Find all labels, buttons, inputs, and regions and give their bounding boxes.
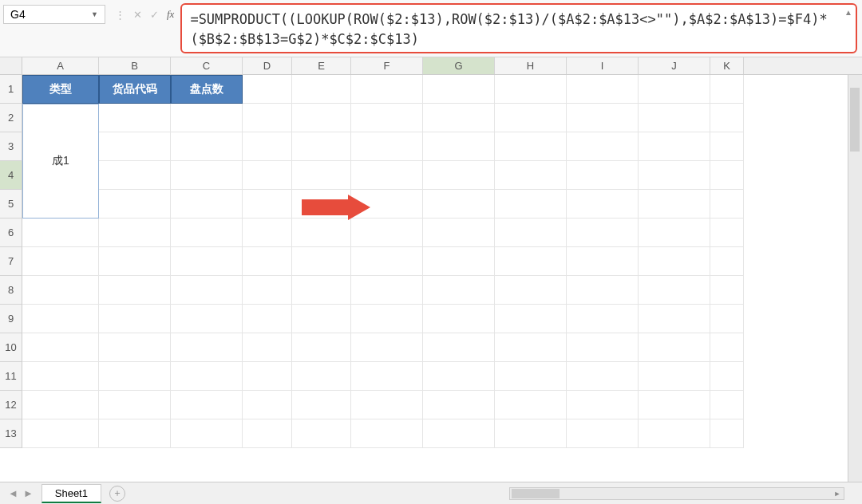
col-header-H[interactable]: H — [495, 57, 567, 74]
tab-nav[interactable]: ◄ ► — [0, 487, 42, 499]
expand-formula-icon[interactable]: ▲ — [844, 8, 852, 17]
cell-A10[interactable] — [22, 333, 99, 362]
cell-K2[interactable] — [710, 104, 744, 132]
row-header-6[interactable]: 6 — [0, 219, 22, 247]
cell-C1[interactable]: 盘点数 — [171, 75, 243, 104]
cell-A11[interactable] — [22, 362, 99, 391]
cell-A7[interactable] — [22, 247, 99, 276]
cell-F4[interactable] — [351, 161, 423, 190]
cell-F2[interactable] — [351, 104, 423, 132]
cell-D4[interactable] — [243, 161, 292, 190]
cell-F10[interactable] — [351, 333, 423, 362]
horizontal-scroll-thumb[interactable] — [512, 489, 560, 498]
cell-C11[interactable] — [171, 362, 243, 391]
cell-G7[interactable] — [423, 247, 495, 276]
cell-J4[interactable] — [639, 161, 710, 190]
cell-H2[interactable] — [495, 104, 567, 132]
cell-J5[interactable] — [639, 190, 710, 219]
col-header-F[interactable]: F — [351, 57, 423, 74]
cell-B7[interactable] — [99, 247, 171, 276]
cell-B5[interactable] — [99, 190, 171, 219]
cell-H10[interactable] — [495, 333, 567, 362]
cell-I12[interactable] — [567, 391, 639, 419]
row-header-12[interactable]: 12 — [0, 391, 22, 419]
cancel-formula-icon[interactable]: ✕ — [133, 9, 142, 21]
cell-K9[interactable] — [710, 305, 744, 333]
cell-H4[interactable] — [495, 161, 567, 190]
cell-C2[interactable] — [171, 104, 243, 132]
cell-G6[interactable] — [423, 219, 495, 247]
col-header-I[interactable]: I — [567, 57, 639, 74]
col-header-E[interactable]: E — [292, 57, 351, 74]
cell-E6[interactable] — [292, 219, 351, 247]
row-header-4[interactable]: 4 — [0, 161, 22, 190]
cell-K13[interactable] — [710, 419, 744, 448]
cell-I6[interactable] — [567, 219, 639, 247]
row-header-10[interactable]: 10 — [0, 333, 22, 362]
row-header-5[interactable]: 5 — [0, 190, 22, 219]
cell-G12[interactable] — [423, 391, 495, 419]
col-header-B[interactable]: B — [99, 57, 171, 74]
cell-G8[interactable] — [423, 276, 495, 305]
cell-D12[interactable] — [243, 391, 292, 419]
select-all-corner[interactable] — [0, 57, 22, 74]
cell-E11[interactable] — [292, 362, 351, 391]
cell-H5[interactable] — [495, 190, 567, 219]
row-header-11[interactable]: 11 — [0, 362, 22, 391]
cell-E1[interactable] — [292, 75, 351, 104]
cell-A9[interactable] — [22, 305, 99, 333]
cell-B4[interactable] — [99, 161, 171, 190]
col-header-A[interactable]: A — [22, 57, 99, 74]
cell-C7[interactable] — [171, 247, 243, 276]
cell-D1[interactable] — [243, 75, 292, 104]
cell-E3[interactable] — [292, 132, 351, 161]
cell-F6[interactable] — [351, 219, 423, 247]
cell-C9[interactable] — [171, 305, 243, 333]
cell-K7[interactable] — [710, 247, 744, 276]
cell-K8[interactable] — [710, 276, 744, 305]
cell-J10[interactable] — [639, 333, 710, 362]
cell-E4[interactable] — [292, 161, 351, 190]
cell-F3[interactable] — [351, 132, 423, 161]
cell-A2[interactable]: 成1 — [22, 104, 99, 219]
formula-input[interactable]: =SUMPRODUCT((LOOKUP(ROW($2:$13),ROW($2:$… — [190, 10, 848, 49]
cell-I4[interactable] — [567, 161, 639, 190]
cell-C13[interactable] — [171, 419, 243, 448]
col-header-J[interactable]: J — [639, 57, 710, 74]
cell-J6[interactable] — [639, 219, 710, 247]
spreadsheet-grid[interactable]: ABCDEFGHIJK 12345678910111213 类型货品代码盘点数成… — [0, 57, 862, 482]
cell-A8[interactable] — [22, 276, 99, 305]
cell-B3[interactable] — [99, 132, 171, 161]
cell-K4[interactable] — [710, 161, 744, 190]
cell-C10[interactable] — [171, 333, 243, 362]
cell-A6[interactable] — [22, 219, 99, 247]
cell-K12[interactable] — [710, 391, 744, 419]
cell-K3[interactable] — [710, 132, 744, 161]
cell-F9[interactable] — [351, 305, 423, 333]
row-header-2[interactable]: 2 — [0, 104, 22, 132]
vertical-scrollbar[interactable] — [848, 75, 862, 482]
vertical-scroll-thumb[interactable] — [850, 88, 860, 152]
cell-F12[interactable] — [351, 391, 423, 419]
cell-I1[interactable] — [567, 75, 639, 104]
cell-H3[interactable] — [495, 132, 567, 161]
cell-K10[interactable] — [710, 333, 744, 362]
tab-next-icon[interactable]: ► — [23, 487, 34, 499]
cell-D6[interactable] — [243, 219, 292, 247]
cell-C8[interactable] — [171, 276, 243, 305]
horizontal-scrollbar[interactable]: ◄ ► — [509, 487, 844, 500]
cell-E2[interactable] — [292, 104, 351, 132]
cell-E8[interactable] — [292, 276, 351, 305]
cell-I5[interactable] — [567, 190, 639, 219]
cell-D5[interactable] — [243, 190, 292, 219]
cell-K5[interactable] — [710, 190, 744, 219]
cell-B1[interactable]: 货品代码 — [99, 75, 171, 104]
cell-G2[interactable] — [423, 104, 495, 132]
row-header-8[interactable]: 8 — [0, 276, 22, 305]
cell-H11[interactable] — [495, 362, 567, 391]
cell-B11[interactable] — [99, 362, 171, 391]
row-header-9[interactable]: 9 — [0, 305, 22, 333]
cell-D2[interactable] — [243, 104, 292, 132]
cell-J9[interactable] — [639, 305, 710, 333]
cell-K11[interactable] — [710, 362, 744, 391]
